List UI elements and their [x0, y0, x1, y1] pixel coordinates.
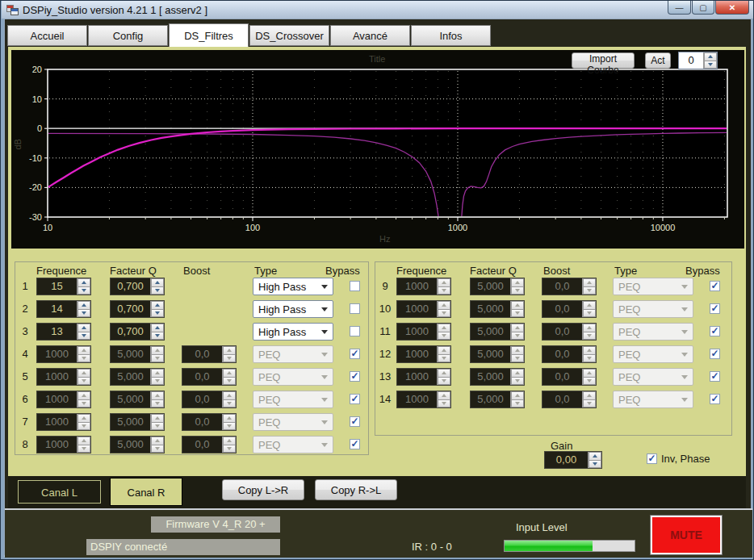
copy-r-to-l-button[interactable]: Copy R->L [315, 479, 397, 500]
filter-2-type-select[interactable]: High Pass [253, 300, 333, 318]
filter-6-frequency-value: 1000 [37, 391, 77, 407]
filter-3-frequency-field[interactable]: 13 [36, 323, 91, 341]
filter-7-bypass-checkbox[interactable]: ✓ [350, 416, 360, 427]
filter-12-frequency-value: 1000 [397, 346, 437, 362]
filter-7-frequency-field: 1000 [36, 413, 91, 431]
firmware-label: Firmware V 4_R 20 + [151, 516, 280, 533]
column-header-frequence: Frequence [396, 265, 446, 277]
filter-row-number: 3 [17, 325, 33, 337]
filter-4-bypass-checkbox[interactable]: ✓ [350, 349, 360, 359]
filter-7-type-value: PEQ [258, 416, 280, 428]
column-header-facteur_q: Facteur Q [470, 265, 517, 277]
filter-8-q-value: 5,000 [111, 437, 150, 453]
filter-13-boost-value: 0,0 [542, 369, 582, 385]
tab-ds_crossover[interactable]: DS_Crossover [249, 25, 329, 46]
filter-3-q-spinner[interactable] [150, 324, 164, 340]
chevron-down-icon [681, 307, 688, 311]
ir-status-text: IR : 0 - 0 [412, 541, 452, 553]
chevron-down-icon [321, 285, 328, 289]
window-content: AccueilConfigDS_FiltresDS_CrossoverAvanc… [4, 19, 752, 557]
filter-7-q-field: 5,000 [110, 413, 165, 431]
tab-bar: AccueilConfigDS_FiltresDS_CrossoverAvanc… [5, 19, 752, 47]
tab-accueil[interactable]: Accueil [7, 25, 87, 46]
filter-13-boost-field: 0,0 [542, 368, 597, 386]
inv-phase-control: ✓ Inv, Phase [647, 453, 710, 465]
filter-10-bypass-checkbox[interactable]: ✓ [710, 303, 720, 314]
filter-1-q-spinner[interactable] [150, 278, 164, 295]
filter-14-bypass-checkbox[interactable]: ✓ [710, 394, 720, 404]
tab-canal-r[interactable]: Canal R [110, 478, 182, 506]
filter-6-boost-value: 0,0 [182, 391, 222, 407]
tab-avancé[interactable]: Avancé [330, 25, 410, 46]
filter-1-type-select[interactable]: High Pass [253, 278, 333, 295]
tab-canal-l[interactable]: Canal L [18, 480, 101, 504]
tab-infos[interactable]: Infos [411, 25, 491, 46]
filter-3-frequency-spinner[interactable] [77, 324, 90, 340]
filter-3-bypass-checkbox[interactable] [350, 326, 360, 336]
filter-5-boost-field: 0,0 [182, 368, 237, 386]
filter-2-bypass-checkbox[interactable] [350, 303, 360, 314]
filter-12-bypass-checkbox[interactable]: ✓ [710, 349, 720, 359]
filter-8-bypass-checkbox[interactable]: ✓ [350, 439, 360, 449]
filter-4-q-field: 5,000 [110, 345, 165, 363]
filter-3-type-select[interactable]: High Pass [253, 323, 333, 341]
filter-4-q-spinner [150, 346, 164, 362]
gain-spinner[interactable] [588, 452, 601, 468]
filter-8-boost-field: 0,0 [182, 436, 237, 453]
gain-field[interactable]: 0,00 [544, 451, 602, 469]
filter-2-frequency-field[interactable]: 14 [36, 300, 91, 318]
filter-1-frequency-field[interactable]: 15 [36, 278, 91, 295]
filter-12-type-select: PEQ [613, 345, 693, 363]
status-bar: Firmware V 4_R 20 + DSPIY connecté IR : … [5, 508, 752, 558]
filter-3-type-value: High Pass [258, 326, 306, 338]
filter-2-q-field[interactable]: 0,700 [110, 300, 165, 318]
filter-11-frequency-field: 1000 [396, 323, 451, 341]
filter-13-bypass-checkbox[interactable]: ✓ [710, 371, 720, 382]
column-header-type: Type [254, 265, 277, 277]
filter-5-bypass-checkbox[interactable]: ✓ [350, 371, 360, 382]
filter-13-type-select: PEQ [613, 368, 693, 386]
filter-11-bypass-checkbox[interactable]: ✓ [710, 326, 720, 336]
filter-8-type-value: PEQ [258, 439, 280, 451]
filter-11-frequency-value: 1000 [397, 324, 437, 340]
curve-counter[interactable]: 0 [678, 52, 718, 69]
filter-13-boost-spinner [582, 369, 596, 385]
chevron-down-icon [681, 353, 688, 357]
act-button[interactable]: Act [645, 52, 671, 69]
filter-3-q-field[interactable]: 0,700 [110, 323, 165, 341]
filter-9-q-spinner [510, 278, 524, 295]
copy-l-to-r-button[interactable]: Copy L->R [222, 479, 304, 500]
filter-14-boost-spinner [582, 391, 596, 407]
filter-9-q-field: 5,000 [470, 278, 525, 295]
filter-9-boost-value: 0,0 [542, 278, 582, 295]
filter-9-bypass-checkbox[interactable]: ✓ [710, 281, 720, 291]
filter-9-boost-field: 0,0 [542, 278, 597, 295]
close-icon: ✕ [729, 3, 735, 12]
maximize-icon: ▢ [699, 3, 706, 12]
svg-text:Title: Title [369, 54, 385, 64]
filter-10-type-select: PEQ [613, 300, 693, 318]
close-button[interactable]: ✕ [715, 1, 749, 15]
maximize-button[interactable]: ▢ [692, 1, 714, 15]
tab-ds_filtres[interactable]: DS_Filtres [169, 23, 249, 47]
filter-1-q-field[interactable]: 0,700 [110, 278, 165, 295]
filter-2-frequency-spinner[interactable] [77, 301, 90, 317]
minimize-button[interactable]: — [668, 1, 691, 15]
filter-6-bypass-checkbox[interactable]: ✓ [350, 394, 360, 404]
chevron-down-icon [321, 398, 328, 402]
filter-1-frequency-spinner[interactable] [77, 278, 90, 295]
filter-1-bypass-checkbox[interactable] [350, 281, 360, 291]
filter-2-q-spinner[interactable] [150, 301, 164, 317]
filter-6-type-select: PEQ [253, 391, 333, 408]
svg-text:dB: dB [13, 139, 23, 149]
import-courbe-button[interactable]: Import Courbe [572, 52, 635, 69]
filter-5-boost-value: 0,0 [182, 369, 222, 385]
svg-text:1000: 1000 [448, 223, 467, 232]
inv-phase-checkbox[interactable]: ✓ [647, 453, 657, 464]
tab-config[interactable]: Config [88, 25, 168, 46]
mute-button[interactable]: MUTE [651, 516, 722, 554]
column-header-bypass: Bypass [685, 265, 720, 277]
filter-7-boost-spinner [222, 414, 236, 430]
curve-counter-spinner[interactable] [703, 52, 717, 69]
filter-4-frequency-value: 1000 [37, 346, 77, 362]
